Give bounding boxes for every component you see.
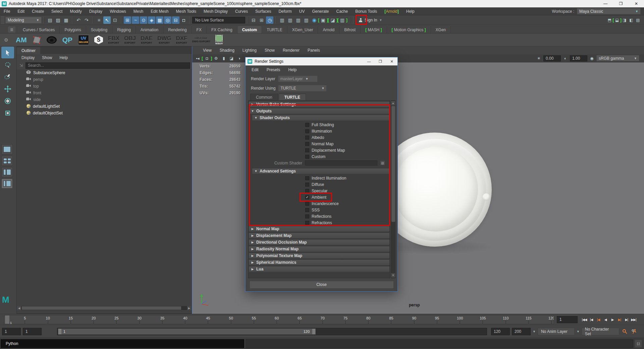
attribute-editor-icon[interactable]: ◨ — [622, 17, 628, 23]
section-header-advanced-settings[interactable]: ▼Advanced Settings — [252, 168, 390, 174]
scroll-right-icon[interactable]: ▶ — [187, 306, 191, 310]
outliner-tab[interactable]: Outliner — [17, 47, 192, 54]
live-surface-field[interactable]: No Live Surface — [192, 17, 245, 23]
step-back-frame-button[interactable]: |◀ — [588, 315, 595, 323]
toolbar-grip-handle[interactable] — [1, 16, 4, 24]
step-back-key-button[interactable]: |◀ — [595, 315, 602, 323]
shelf-item-dwg-export[interactable]: DWGEXPORT — [157, 36, 171, 44]
checkbox-sss[interactable] — [305, 208, 309, 212]
shelf-tab-motion-graphics[interactable]: [ Motion Graphics ] — [387, 26, 431, 33]
outliner-item-side[interactable]: side — [17, 96, 192, 103]
scroll-left-icon[interactable]: ◀ — [17, 306, 21, 310]
checkbox-ambient[interactable]: ✓ — [305, 195, 309, 199]
outliner-menu-help[interactable]: Help — [59, 55, 68, 60]
checkbox-indirect-illumination[interactable] — [305, 176, 309, 180]
section-header-shader-outputs[interactable]: ▼Shader Outputs — [252, 115, 390, 121]
playback-range-active[interactable]: 1 120 — [58, 329, 316, 335]
timeline-ruler[interactable]: 1 51015202530354045505560657075808590951… — [4, 315, 554, 324]
panel-menu-view[interactable]: View — [199, 48, 216, 53]
render-using-selector[interactable]: TURTLE ▼ — [278, 85, 327, 92]
outliner-item-substancesphere[interactable]: SubstanceSphere — [17, 69, 192, 76]
redo-icon[interactable]: ↷ — [83, 16, 90, 24]
outliner-item-defaultlightset[interactable]: defaultLightSet — [17, 103, 192, 110]
dialog-menu-presets[interactable]: Presets — [263, 67, 284, 72]
menu-item-surfaces[interactable]: Surfaces — [252, 9, 275, 14]
minimize-button[interactable]: — — [598, 0, 613, 7]
save-scene-icon[interactable]: ▦ — [62, 16, 70, 24]
shelf-item-polycube-icon[interactable] — [33, 36, 41, 44]
chevron-down-icon[interactable]: ▼ — [577, 330, 580, 333]
lock-icon[interactable]: ◘ — [180, 16, 187, 24]
menu-item-file[interactable]: File — [0, 9, 14, 14]
range-end-handle[interactable] — [312, 329, 316, 335]
shelf-item-substance-icon[interactable]: S — [94, 36, 103, 44]
exposure-icon[interactable]: ☀ — [536, 55, 542, 61]
shelf-menu-icon[interactable]: ☰ — [8, 27, 15, 33]
snap-curve-icon[interactable]: ~ — [132, 16, 139, 24]
shelf-tab-fx-caching[interactable]: FX Caching — [207, 26, 237, 33]
shelf-tab-mash[interactable]: [ MASH ] — [361, 26, 387, 33]
layout-single-pane[interactable] — [1, 144, 13, 154]
custom-shader-field[interactable] — [305, 160, 377, 165]
menu-item-display[interactable]: Display — [86, 9, 106, 14]
layout-four-pane[interactable] — [1, 156, 13, 166]
snap-point-icon[interactable]: ⊙ — [140, 16, 147, 24]
shelf-tab-animation[interactable]: Animation — [136, 26, 163, 33]
checkbox-diffuse[interactable] — [305, 183, 309, 187]
shelf-item-toon-icon[interactable] — [47, 36, 57, 44]
sign-in-button[interactable]: Sign In ▼ — [356, 17, 385, 23]
close-button[interactable]: ✕ — [629, 0, 644, 7]
camera-icon[interactable]: ▪◂ — [195, 55, 201, 61]
menu-item-select[interactable]: Select — [48, 9, 66, 14]
animation-preferences-icon[interactable] — [631, 328, 638, 335]
scale-tool[interactable] — [1, 107, 14, 119]
shelf-item-obj-export[interactable]: OBJEXPORT — [124, 36, 136, 44]
section-header-directional-occlusion-map[interactable]: ▶Directional Occlusion Map — [249, 239, 390, 245]
rotate-tool[interactable] — [1, 95, 14, 107]
menu-item-edit[interactable]: Edit — [14, 9, 28, 14]
shelf-tab-xgen-user[interactable]: XGen_User — [287, 26, 318, 33]
dialog-minimize-button[interactable]: — — [363, 57, 375, 65]
exposure-field[interactable]: 0.00 — [543, 55, 561, 61]
menu-item-generate[interactable]: Generate — [308, 9, 332, 14]
twosided-lighting-icon[interactable]: ◑ — [236, 55, 243, 61]
render-layer-selector[interactable]: masterLayer ▼ — [278, 76, 318, 82]
menu-item-edit-mesh[interactable]: Edit Mesh — [147, 9, 172, 14]
shelf-item-fbx-export[interactable]: FBXEXPORT — [108, 36, 119, 44]
panel-menu-renderer[interactable]: Renderer — [279, 48, 304, 53]
substance-launch-icon[interactable]: ▣ — [319, 16, 327, 24]
snap-view-plane-icon[interactable]: ▦ — [156, 16, 163, 24]
go-to-end-button[interactable]: ▶▶| — [630, 315, 637, 323]
script-editor-icon[interactable]: {;} — [635, 340, 642, 348]
menu-item-arnold[interactable]: [Arnold] — [381, 9, 402, 14]
dialog-close-button[interactable]: ✕ — [386, 57, 397, 65]
dialog-maximize-button[interactable]: ❐ — [375, 57, 386, 65]
substance-bake-icon[interactable]: ▥ — [339, 16, 346, 24]
scrollbar-thumb[interactable] — [391, 106, 395, 222]
maximize-button[interactable]: ❐ — [613, 0, 629, 7]
paint-select-tool[interactable] — [1, 71, 14, 83]
checkbox-full-shading[interactable] — [305, 123, 309, 127]
render-settings-icon[interactable]: ▥ — [303, 16, 310, 24]
shelf-item-dxf-export[interactable]: DXFEXPORT — [176, 36, 187, 44]
command-language-label[interactable]: Python — [6, 341, 18, 346]
lasso-select-tool[interactable] — [1, 59, 14, 70]
playback-start-field[interactable]: 1 — [23, 328, 42, 335]
render-view-icon[interactable]: ▥ — [278, 16, 286, 24]
construction-history-icon[interactable]: ◷ — [266, 16, 273, 24]
layout-pane-split[interactable] — [1, 167, 13, 177]
checkbox-incandescence[interactable] — [305, 202, 309, 206]
move-tool[interactable] — [1, 83, 14, 95]
channel-box-icon[interactable]: ▤ — [635, 17, 641, 23]
menu-item-modify[interactable]: Modify — [66, 9, 85, 14]
play-forwards-button[interactable]: ▶ — [609, 315, 616, 323]
view-transform-selector[interactable]: sRGB gamma ▼ — [596, 55, 639, 61]
shelf-tab-rigging[interactable]: Rigging — [112, 26, 136, 33]
current-frame-field[interactable]: 1 — [557, 316, 578, 323]
shelf-item-qp[interactable]: QP — [62, 36, 72, 44]
go-to-start-button[interactable]: |◀◀ — [581, 315, 588, 323]
scroll-up-icon[interactable]: ▲ — [391, 101, 395, 105]
checkbox-normal-map[interactable] — [305, 142, 309, 146]
outliner-horizontal-scrollbar[interactable]: ◀ ▶ — [17, 306, 191, 310]
shelf-item-multi-export[interactable]: OBJ DXFDWG EXPORT — [192, 37, 210, 43]
